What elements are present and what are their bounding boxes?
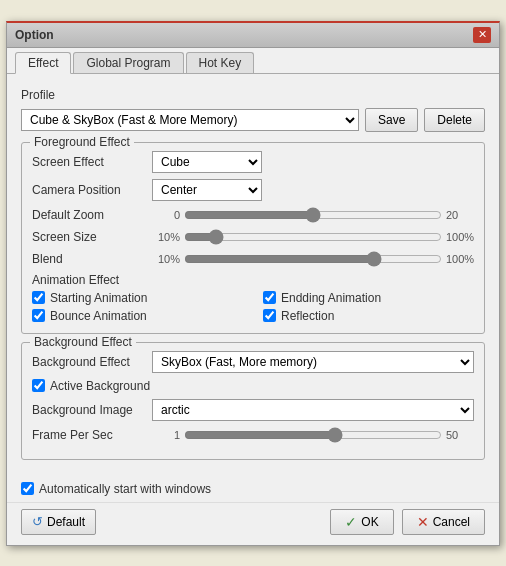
background-image-row: Background Image arctic clouds desert fo… <box>32 399 474 421</box>
ok-icon: ✓ <box>345 514 357 530</box>
main-window: Option ✕ Effect Global Program Hot Key P… <box>6 21 500 546</box>
screen-size-label: Screen Size <box>32 230 152 244</box>
frame-per-sec-slider[interactable] <box>184 427 442 443</box>
frame-per-sec-row: Frame Per Sec 1 50 <box>32 427 474 443</box>
ending-animation-row: Endding Animation <box>263 291 474 305</box>
auto-start-checkbox[interactable] <box>21 482 34 495</box>
reflection-checkbox[interactable] <box>263 309 276 322</box>
tabs-bar: Effect Global Program Hot Key <box>7 48 499 74</box>
footer: ↺ Default ✓ OK ✕ Cancel <box>7 502 499 545</box>
cancel-button-label: Cancel <box>433 515 470 529</box>
blend-slider-wrapper: 10% 100% <box>152 251 474 267</box>
cancel-button[interactable]: ✕ Cancel <box>402 509 485 535</box>
blend-slider[interactable] <box>184 251 442 267</box>
title-bar: Option ✕ <box>7 23 499 48</box>
starting-animation-checkbox[interactable] <box>32 291 45 304</box>
ok-button-label: OK <box>361 515 378 529</box>
ok-button[interactable]: ✓ OK <box>330 509 393 535</box>
profile-select[interactable]: Cube & SkyBox (Fast & More Memory) <box>21 109 359 131</box>
footer-actions: ✓ OK ✕ Cancel <box>330 509 485 535</box>
ending-animation-label: Endding Animation <box>281 291 381 305</box>
animation-effect-title: Animation Effect <box>32 273 119 287</box>
background-effect-group: Background Effect Background Effect SkyB… <box>21 342 485 460</box>
tab-effect[interactable]: Effect <box>15 52 71 74</box>
starting-animation-row: Starting Animation <box>32 291 243 305</box>
screen-size-row: Screen Size 10% 100% <box>32 229 474 245</box>
animation-grid: Starting Animation Endding Animation Bou… <box>32 287 474 323</box>
background-effect-title: Background Effect <box>30 335 136 349</box>
delete-button[interactable]: Delete <box>424 108 485 132</box>
screen-size-slider[interactable] <box>184 229 442 245</box>
active-background-checkbox[interactable] <box>32 379 45 392</box>
animation-effect-section: Animation Effect Starting Animation Endd… <box>32 273 474 323</box>
save-button[interactable]: Save <box>365 108 418 132</box>
bg-effect-label: Background Effect <box>32 355 152 369</box>
camera-position-label: Camera Position <box>32 183 152 197</box>
screen-size-min: 10% <box>152 231 180 243</box>
frame-per-sec-slider-wrapper: 1 50 <box>152 427 474 443</box>
close-button[interactable]: ✕ <box>473 27 491 43</box>
bounce-animation-row: Bounce Animation <box>32 309 243 323</box>
bg-effect-row: Background Effect SkyBox (Fast, More mem… <box>32 351 474 373</box>
active-background-label: Active Background <box>50 379 150 393</box>
screen-size-slider-wrapper: 10% 100% <box>152 229 474 245</box>
window-title: Option <box>15 28 54 42</box>
screen-effect-select[interactable]: Cube Sphere Cylinder None <box>152 151 262 173</box>
active-background-row: Active Background <box>32 379 474 393</box>
starting-animation-label: Starting Animation <box>50 291 147 305</box>
frame-per-sec-label: Frame Per Sec <box>32 428 152 442</box>
profile-row: Cube & SkyBox (Fast & More Memory) Save … <box>21 108 485 132</box>
reflection-label: Reflection <box>281 309 334 323</box>
default-button[interactable]: ↺ Default <box>21 509 96 535</box>
ending-animation-checkbox[interactable] <box>263 291 276 304</box>
bg-effect-select[interactable]: SkyBox (Fast, More memory) Static Image … <box>152 351 474 373</box>
foreground-effect-title: Foreground Effect <box>30 135 134 149</box>
default-zoom-min: 0 <box>152 209 180 221</box>
refresh-icon: ↺ <box>32 514 43 529</box>
reflection-row: Reflection <box>263 309 474 323</box>
screen-effect-label: Screen Effect <box>32 155 152 169</box>
auto-start-row: Automatically start with windows <box>7 478 499 498</box>
screen-effect-row: Screen Effect Cube Sphere Cylinder None <box>32 151 474 173</box>
background-image-label: Background Image <box>32 403 152 417</box>
default-button-label: Default <box>47 515 85 529</box>
profile-label: Profile <box>21 88 485 102</box>
default-zoom-max: 20 <box>446 209 474 221</box>
tab-content: Profile Cube & SkyBox (Fast & More Memor… <box>7 74 499 478</box>
auto-start-label: Automatically start with windows <box>39 482 211 496</box>
frame-per-sec-max: 50 <box>446 429 474 441</box>
blend-label: Blend <box>32 252 152 266</box>
blend-min: 10% <box>152 253 180 265</box>
default-zoom-row: Default Zoom 0 20 <box>32 207 474 223</box>
foreground-effect-group: Foreground Effect Screen Effect Cube Sph… <box>21 142 485 334</box>
default-zoom-slider[interactable] <box>184 207 442 223</box>
blend-max: 100% <box>446 253 474 265</box>
frame-per-sec-min: 1 <box>152 429 180 441</box>
tab-global-program[interactable]: Global Program <box>73 52 183 73</box>
active-background-checkbox-row: Active Background <box>32 379 150 393</box>
tab-hot-key[interactable]: Hot Key <box>186 52 255 73</box>
screen-size-max: 100% <box>446 231 474 243</box>
blend-row: Blend 10% 100% <box>32 251 474 267</box>
camera-position-row: Camera Position Center Left Right Top Bo… <box>32 179 474 201</box>
bounce-animation-label: Bounce Animation <box>50 309 147 323</box>
cancel-icon: ✕ <box>417 514 429 530</box>
default-zoom-slider-wrapper: 0 20 <box>152 207 474 223</box>
bounce-animation-checkbox[interactable] <box>32 309 45 322</box>
default-zoom-label: Default Zoom <box>32 208 152 222</box>
background-image-select[interactable]: arctic clouds desert forest <box>152 399 474 421</box>
camera-position-select[interactable]: Center Left Right Top Bottom <box>152 179 262 201</box>
